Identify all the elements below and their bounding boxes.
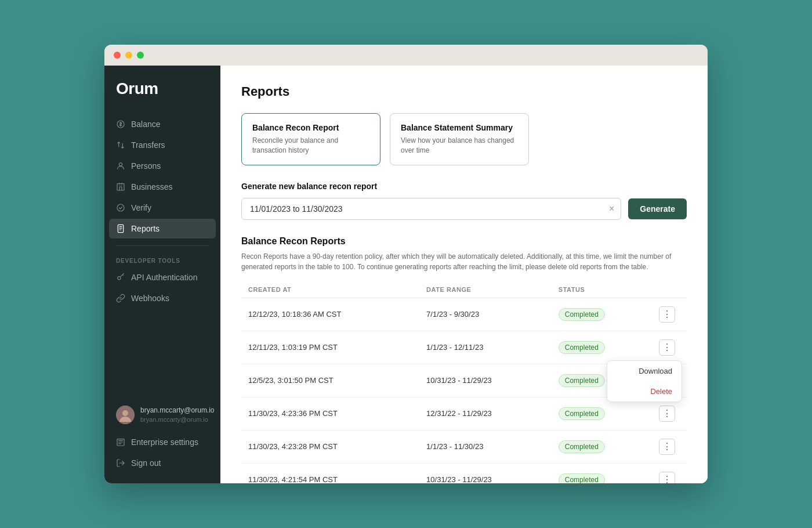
document-icon (116, 224, 125, 233)
user-profile: bryan.mccarty@orum.io bryan.mccarty@orum… (109, 400, 216, 430)
table-row: 12/12/23, 10:18:36 AM CST 7/1/23 - 9/30/… (241, 298, 687, 331)
status-badge: Completed (559, 341, 605, 354)
cell-status: Completed (552, 430, 652, 463)
table-row: 11/30/23, 4:23:28 PM CST 1/1/23 - 11/30/… (241, 430, 687, 463)
cell-created-at: 12/12/23, 10:18:36 AM CST (241, 298, 419, 331)
status-badge: Completed (559, 308, 605, 321)
cell-date-range: 7/1/23 - 9/30/23 (419, 298, 552, 331)
table-row: 12/11/23, 1:03:19 PM CST 1/1/23 - 12/11/… (241, 331, 687, 364)
report-card-balance-recon-title: Balance Recon Report (252, 123, 369, 132)
sidebar-divider (116, 245, 209, 246)
cell-date-range: 10/31/23 - 11/29/23 (419, 463, 552, 483)
sign-out-label: Sign out (131, 458, 161, 468)
sidebar-item-webhooks[interactable]: Webhooks (109, 288, 216, 308)
generate-button[interactable]: Generate (628, 198, 687, 219)
row-action-menu-button[interactable]: ⋮ (659, 306, 675, 323)
sidebar-item-transfers-label: Transfers (131, 140, 165, 150)
sidebar-item-balance[interactable]: Balance (109, 114, 216, 134)
minimize-dot[interactable] (125, 52, 132, 59)
main-content: Reports Balance Recon Report Reconcile y… (220, 66, 708, 483)
svg-point-7 (122, 410, 128, 416)
row-action-menu-button[interactable]: ⋮ (659, 472, 675, 483)
link-icon (116, 294, 125, 303)
action-cell: ⋮ (652, 463, 687, 483)
status-badge: Completed (559, 473, 605, 483)
table-body: 12/12/23, 10:18:36 AM CST 7/1/23 - 9/30/… (241, 298, 687, 483)
sidebar-item-webhooks-label: Webhooks (131, 294, 169, 303)
svg-rect-4 (118, 225, 123, 232)
cell-date-range: 1/1/23 - 11/30/23 (419, 430, 552, 463)
avatar-image (116, 406, 135, 424)
svg-point-1 (119, 163, 122, 166)
sidebar: Orum Balance Transfers Persons (104, 66, 220, 483)
cell-created-at: 11/30/23, 4:23:28 PM CST (241, 430, 419, 463)
enterprise-settings-label: Enterprise settings (131, 437, 198, 447)
date-range-input[interactable] (241, 198, 621, 220)
check-circle-icon (116, 203, 125, 212)
cell-status: Completed (552, 331, 652, 364)
clear-date-button[interactable]: × (609, 204, 614, 214)
sidebar-item-api-auth-label: API Authentication (131, 273, 197, 282)
sidebar-item-transfers[interactable]: Transfers (109, 135, 216, 155)
action-cell: ⋮ Download Delete (652, 331, 687, 364)
policy-note: Recon Reports have a 90-day retention po… (241, 251, 687, 272)
sidebar-item-persons[interactable]: Persons (109, 156, 216, 176)
row-action-menu-button[interactable]: ⋮ (659, 406, 675, 422)
browser-titlebar (104, 45, 708, 66)
cell-created-at: 11/30/23, 4:23:36 PM CST (241, 397, 419, 430)
dropdown-delete[interactable]: Delete (607, 381, 682, 402)
reports-table-title: Balance Recon Reports (241, 236, 687, 247)
table-header: CREATED AT DATE RANGE STATUS (241, 281, 687, 298)
sidebar-item-api-auth[interactable]: API Authentication (109, 267, 216, 287)
user-info: bryan.mccarty@orum.io bryan.mccarty@orum… (140, 406, 215, 424)
maximize-dot[interactable] (137, 52, 144, 59)
cell-status: Completed (552, 397, 652, 430)
generate-row: × Generate (241, 198, 687, 220)
sidebar-nav: Balance Transfers Persons Businesses (104, 114, 220, 400)
cell-created-at: 11/30/23, 4:21:54 PM CST (241, 463, 419, 483)
sidebar-item-verify[interactable]: Verify (109, 198, 216, 218)
sign-out-icon (116, 458, 125, 468)
status-badge: Completed (559, 440, 605, 453)
browser-window: Orum Balance Transfers Persons (104, 45, 708, 483)
status-badge: Completed (559, 374, 605, 387)
building-icon (116, 182, 125, 191)
sidebar-item-reports-label: Reports (131, 224, 160, 233)
dropdown-download[interactable]: Download (607, 361, 682, 381)
sidebar-item-businesses-label: Businesses (131, 182, 173, 191)
sidebar-item-persons-label: Persons (131, 161, 161, 171)
sidebar-item-businesses[interactable]: Businesses (109, 177, 216, 197)
col-header-created-at: CREATED AT (241, 281, 419, 298)
sidebar-item-balance-label: Balance (131, 120, 161, 129)
cell-status: Completed (552, 463, 652, 483)
transfer-icon (116, 140, 125, 150)
report-card-balance-recon-desc: Reconcile your balance and transaction h… (252, 136, 369, 155)
sidebar-item-reports[interactable]: Reports (109, 219, 216, 238)
action-cell: ⋮ (652, 430, 687, 463)
app-container: Orum Balance Transfers Persons (104, 66, 708, 483)
date-input-wrapper: × (241, 198, 621, 220)
developer-tools-label: DEVELOPER TOOLS (109, 253, 216, 267)
generate-section-title: Generate new balance recon report (241, 182, 687, 191)
table-row: 11/30/23, 4:21:54 PM CST 10/31/23 - 11/2… (241, 463, 687, 483)
cell-created-at: 12/5/23, 3:01:50 PM CST (241, 364, 419, 397)
app-logo: Orum (104, 66, 220, 114)
status-badge: Completed (559, 407, 605, 420)
action-dropdown-menu: Download Delete (607, 360, 682, 402)
row-action-menu-button[interactable]: ⋮ (659, 339, 675, 356)
col-header-actions (652, 281, 687, 298)
report-card-balance-statement[interactable]: Balance Statement Summary View how your … (390, 113, 529, 165)
person-icon (116, 161, 125, 171)
sidebar-item-enterprise-settings[interactable]: Enterprise settings (109, 432, 216, 452)
key-icon (116, 273, 125, 282)
report-card-balance-recon[interactable]: Balance Recon Report Reconcile your bala… (241, 113, 380, 165)
row-action-menu-button[interactable]: ⋮ (659, 439, 675, 455)
col-header-date-range: DATE RANGE (419, 281, 552, 298)
cell-status: Completed (552, 298, 652, 331)
sidebar-item-verify-label: Verify (131, 203, 151, 212)
report-card-balance-statement-title: Balance Statement Summary (401, 123, 518, 132)
report-card-balance-statement-desc: View how your balance has changed over t… (401, 136, 518, 155)
cell-created-at: 12/11/23, 1:03:19 PM CST (241, 331, 419, 364)
close-dot[interactable] (114, 52, 121, 59)
sidebar-item-sign-out[interactable]: Sign out (109, 453, 216, 473)
